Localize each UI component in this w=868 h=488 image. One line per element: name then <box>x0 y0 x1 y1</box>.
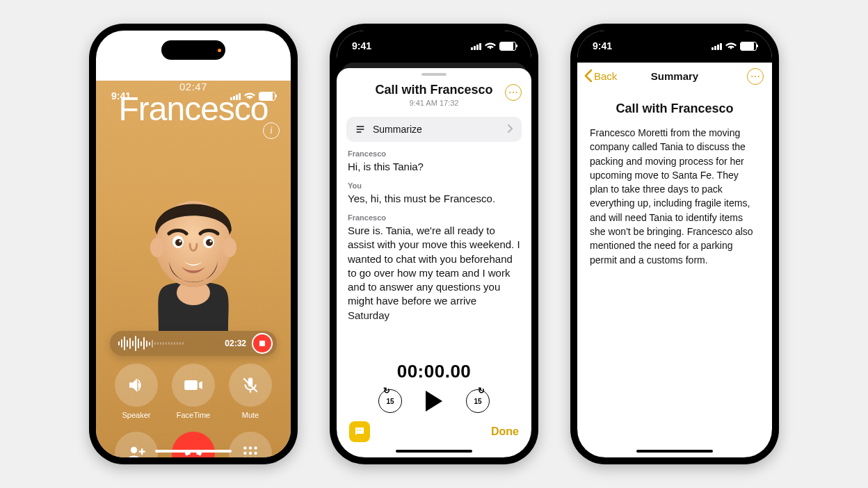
summarize-label: Summarize <box>373 124 422 135</box>
transcript-body[interactable]: Francesco Hi, is this Tania? You Yes, hi… <box>337 149 531 357</box>
wifi-icon <box>725 42 737 50</box>
cellular-icon <box>471 42 481 50</box>
home-indicator[interactable] <box>636 450 713 453</box>
waveform-icon <box>118 336 219 351</box>
done-button[interactable]: Done <box>491 425 519 438</box>
nav-title: Summary <box>651 70 698 82</box>
svg-point-13 <box>249 446 252 449</box>
battery-icon <box>740 42 757 51</box>
note-title: Call with Francesco <box>367 83 501 97</box>
speaker-button[interactable]: Speaker <box>115 364 158 419</box>
status-time: 9:41 <box>593 40 612 51</box>
caller-memoji <box>131 178 256 331</box>
svg-point-19 <box>249 457 252 457</box>
svg-point-14 <box>254 446 257 449</box>
add-call-button[interactable]: Add <box>115 432 158 457</box>
svg-point-18 <box>243 457 246 457</box>
cellular-icon <box>712 42 722 50</box>
transcript-toggle-button[interactable] <box>349 421 370 442</box>
svg-point-17 <box>254 452 257 455</box>
svg-point-11 <box>131 447 137 453</box>
battery-icon <box>499 42 516 51</box>
skip-back-15-button[interactable]: ↺15 <box>378 389 402 413</box>
status-bar: 9:41 <box>96 81 291 115</box>
play-button[interactable] <box>426 391 442 412</box>
end-call-button[interactable]: End <box>172 432 215 457</box>
note-sheet: Call with Francesco 9:41 AM 17:32 ⋯ Summ… <box>337 68 531 457</box>
transcript-entry: Francesco Sure is. Tania, we're all read… <box>348 213 520 323</box>
recording-indicator[interactable]: 02:32 <box>110 331 277 356</box>
status-time: 9:41 <box>111 90 131 101</box>
phone-transcript: 9:41 Call with Francesco 9:41 AM 17:32 ⋯ <box>330 24 538 464</box>
dynamic-island <box>643 40 707 60</box>
note-subtitle: 9:41 AM 17:32 <box>367 99 501 107</box>
wifi-icon <box>244 92 255 100</box>
back-button[interactable]: Back <box>584 63 617 89</box>
more-button[interactable]: ⋯ <box>747 68 764 85</box>
cellular-icon <box>230 92 241 100</box>
svg-point-20 <box>254 457 257 457</box>
stop-record-button[interactable] <box>252 333 273 354</box>
svg-point-6 <box>175 239 182 246</box>
summarize-button[interactable]: Summarize <box>346 117 522 142</box>
summary-title: Call with Francesco <box>577 101 772 116</box>
summarize-icon <box>355 124 366 135</box>
svg-point-2 <box>150 238 164 257</box>
facetime-button[interactable]: FaceTime <box>172 364 215 419</box>
svg-point-16 <box>249 452 252 455</box>
summary-body: Francesco Moretti from the moving compan… <box>577 126 772 267</box>
svg-point-12 <box>243 446 246 449</box>
svg-point-3 <box>223 238 236 257</box>
battery-icon <box>259 92 275 101</box>
transcript-entry: Francesco Hi, is this Tania? <box>348 149 520 174</box>
svg-point-7 <box>206 239 213 246</box>
home-indicator[interactable] <box>155 450 232 453</box>
mute-button[interactable]: Mute <box>229 364 272 419</box>
dynamic-island <box>161 40 225 60</box>
svg-rect-24 <box>357 430 359 431</box>
transcript-entry: You Yes, hi, this must be Francesco. <box>348 181 520 206</box>
skip-forward-15-button[interactable]: ↻15 <box>466 389 490 413</box>
playback-time: 00:00.00 <box>337 361 531 382</box>
chevron-right-icon <box>508 124 513 135</box>
keypad-button[interactable]: Keypad <box>229 432 272 457</box>
phone-call: 9:41 i 02:47 Francesco <box>89 24 298 464</box>
svg-point-15 <box>243 452 246 455</box>
call-info-button[interactable]: i <box>263 122 280 139</box>
dynamic-island <box>402 40 466 60</box>
audio-player: 00:00.00 ↺15 ↻15 <box>337 357 531 414</box>
svg-point-8 <box>179 240 181 242</box>
recording-time: 02:32 <box>225 339 246 348</box>
svg-rect-25 <box>360 430 361 431</box>
more-button[interactable]: ⋯ <box>505 84 522 101</box>
status-time: 9:41 <box>352 40 371 51</box>
home-indicator[interactable] <box>396 450 472 453</box>
wifi-icon <box>485 42 496 50</box>
svg-point-9 <box>209 240 211 242</box>
phone-summary: 9:41 Back Summary ⋯ <box>570 24 779 464</box>
